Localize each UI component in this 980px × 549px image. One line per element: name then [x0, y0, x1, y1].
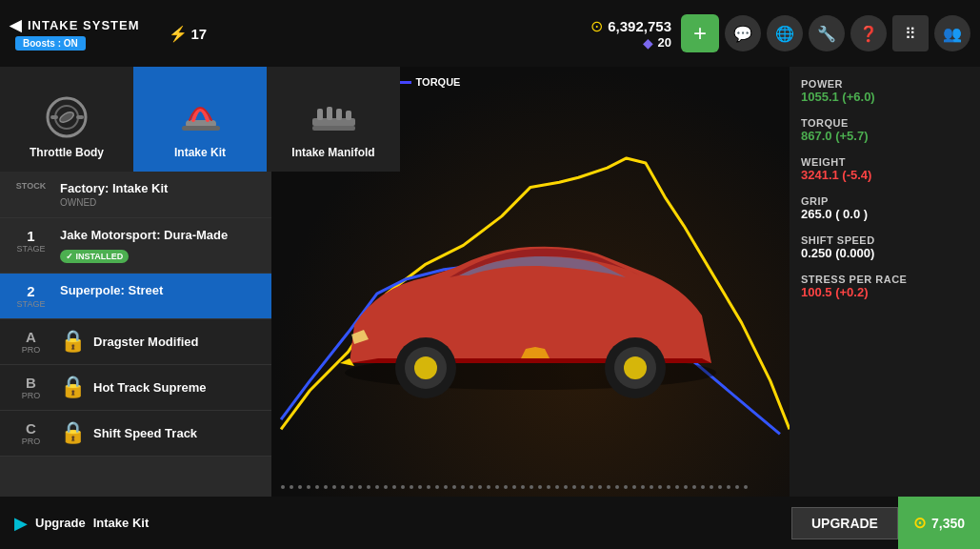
upgrade-label-section: ▶ Upgrade Intake Kit	[0, 513, 791, 534]
pro-c-row: 🔒 Shift Speed Track	[60, 420, 262, 445]
screen-title: INTAKE SYSTEM	[28, 18, 140, 32]
lightning-section: ⚡ 17	[169, 25, 208, 43]
dot-23	[470, 485, 473, 489]
pro-a-label: PRO	[22, 345, 41, 355]
dot-24	[478, 485, 482, 489]
dot-22	[461, 485, 465, 489]
svg-rect-12	[312, 126, 355, 131]
part-tabs: Throttle Body Intake Kit Intake Ma	[0, 67, 400, 172]
dot-25	[487, 485, 490, 489]
dot-9	[350, 485, 353, 489]
throttle-body-tab-icon	[38, 89, 95, 146]
upgrade-item-pro-b[interactable]: B PRO 🔒 Hot Track Supreme	[0, 365, 271, 411]
tab-throttle-body[interactable]: Throttle Body	[0, 67, 133, 172]
dot-11	[367, 485, 370, 489]
upgrade-button[interactable]: UPGRADE	[791, 507, 898, 539]
stat-stress-label: STRESS PER RACE	[801, 274, 969, 285]
svg-rect-4	[76, 115, 84, 119]
dot-15	[401, 485, 405, 489]
stat-grip-value: 265.0 ( 0.0 )	[801, 207, 969, 221]
upgrade-item-pro-c[interactable]: C PRO 🔒 Shift Speed Track	[0, 411, 271, 457]
stat-weight-value: 3241.1 (-5.4)	[801, 168, 969, 182]
stat-power: POWER 1055.1 (+6.0)	[801, 78, 969, 104]
cost-button[interactable]: ⊙ 7,350	[898, 497, 980, 549]
intake-kit-tab-icon	[171, 89, 229, 146]
add-currency-button[interactable]: +	[681, 14, 719, 52]
svg-rect-3	[50, 115, 58, 119]
stock-stage-badge: STOCK	[10, 181, 52, 191]
gold-row: ⊙ 6,392,753	[590, 17, 671, 35]
svg-rect-8	[317, 109, 323, 120]
dot-20	[444, 485, 448, 489]
stat-torque-label: TORQUE	[801, 117, 969, 129]
svg-rect-9	[327, 107, 332, 120]
pro-b-letter: B	[26, 375, 36, 391]
upgrade-item-stock[interactable]: STOCK Factory: Intake Kit OWNED	[0, 172, 271, 218]
stage2-label: STAGE	[17, 299, 46, 309]
pro-b-badge: B PRO	[10, 375, 52, 400]
dot-29	[521, 485, 525, 489]
gem-amount: 20	[658, 35, 671, 50]
stat-power-value: 1055.1 (+6.0)	[801, 90, 969, 104]
pro-c-upgrade-name: Shift Speed Track	[93, 426, 197, 440]
lightning-icon: ⚡	[169, 25, 188, 43]
stage2-upgrade-info: Superpole: Street	[60, 283, 262, 297]
dot-10	[358, 485, 362, 489]
upgrade-item-stage2[interactable]: 2 STAGE Superpole: Street	[0, 274, 271, 319]
installed-badge: ✓ INSTALLED	[60, 250, 129, 263]
tab-intake-manifold[interactable]: Intake Manifold	[267, 67, 400, 172]
dot-2	[290, 485, 293, 489]
wrench-icon-button[interactable]: 🔧	[809, 15, 845, 51]
players-icon-button[interactable]: 👥	[934, 15, 970, 51]
dot-52	[718, 485, 722, 489]
torque-legend-label: TORQUE	[416, 76, 461, 88]
stat-stress: STRESS PER RACE 100.5 (+0.2)	[801, 274, 969, 299]
stat-grip: GRIP 265.0 ( 0.0 )	[801, 195, 969, 221]
stock-label: STOCK	[16, 181, 46, 191]
svg-point-2	[58, 110, 75, 124]
dot-55	[744, 485, 748, 489]
lightning-count: 17	[191, 26, 208, 42]
dot-21	[452, 485, 456, 489]
dot-26	[495, 485, 499, 489]
intake-kit-tab-label: Intake Kit	[174, 146, 226, 159]
svg-rect-11	[346, 111, 351, 120]
stage1-upgrade-name: Jake Motorsport: Dura-Made	[60, 228, 262, 242]
stock-upgrade-name: Factory: Intake Kit	[60, 181, 262, 195]
dot-16	[410, 485, 413, 489]
chat-icon-button[interactable]: 💬	[725, 15, 761, 51]
pro-a-row: 🔒 Dragster Modified	[60, 329, 262, 354]
dot-50	[701, 485, 705, 489]
throttle-body-tab-label: Throttle Body	[30, 146, 104, 159]
stat-weight-label: WEIGHT	[801, 156, 969, 168]
upgrades-panel: STOCK Factory: Intake Kit OWNED 1 STAGE …	[0, 172, 271, 497]
back-button[interactable]: ◀ INTAKE SYSTEM	[10, 16, 140, 34]
upgrade-part-label: Intake Kit	[93, 516, 150, 530]
tab-intake-kit[interactable]: Intake Kit	[133, 67, 267, 172]
stat-power-label: POWER	[801, 78, 969, 90]
dot-32	[547, 485, 550, 489]
stage1-badge: 1 STAGE	[10, 228, 52, 254]
dot-46	[667, 485, 670, 489]
intake-manifold-tab-icon	[305, 89, 362, 146]
globe-icon-button[interactable]: 🌐	[767, 15, 803, 51]
dot-51	[710, 485, 713, 489]
menu-icon-button[interactable]: ⠿	[892, 15, 929, 51]
stage1-label: STAGE	[17, 244, 46, 254]
dot-28	[512, 485, 516, 489]
dot-38	[598, 485, 602, 489]
dot-34	[564, 485, 568, 489]
dot-13	[384, 485, 388, 489]
bottom-bar: ▶ Upgrade Intake Kit UPGRADE ⊙ 7,350	[0, 497, 980, 549]
stat-shift-speed-label: SHIFT SPEED	[801, 234, 969, 246]
upgrade-item-pro-a[interactable]: A PRO 🔒 Dragster Modified	[0, 319, 271, 365]
stage2-badge: 2 STAGE	[10, 283, 52, 309]
pro-a-upgrade-name: Dragster Modified	[93, 335, 199, 349]
dot-54	[735, 485, 739, 489]
stage2-number: 2	[27, 283, 34, 299]
gem-row: ◆ 20	[643, 35, 671, 51]
help-icon-button[interactable]: ❓	[850, 15, 887, 51]
upgrade-item-stage1[interactable]: 1 STAGE Jake Motorsport: Dura-Made ✓ INS…	[0, 218, 271, 274]
dot-12	[375, 485, 379, 489]
dot-53	[727, 485, 730, 489]
